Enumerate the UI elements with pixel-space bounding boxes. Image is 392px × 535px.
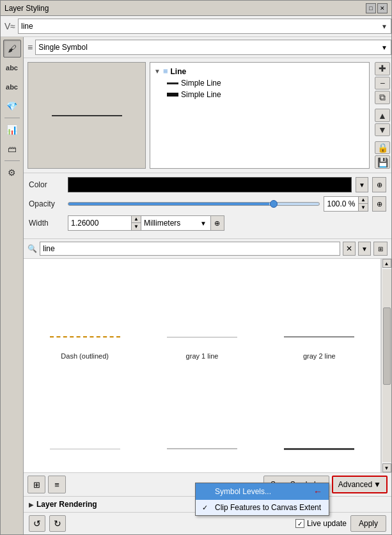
restore-icon[interactable]: □ [366,3,376,13]
sidebar-tool-3d[interactable]: 💎 [3,97,21,115]
symbol-preview-gray-1 [149,324,255,350]
sidebar-tool-fields[interactable]: 🗃 [3,140,21,158]
search-icon: 🔍 [27,244,37,253]
symbol-cell-gray-1[interactable]: gray 1 line [146,264,258,363]
symbol-levels-menu-item[interactable]: Symbol Levels... ← [196,483,329,500]
advanced-button[interactable]: Advanced ▼ [332,476,388,493]
layer-tree-expand-icon: ▼ [154,68,161,75]
opacity-slider[interactable] [68,202,320,206]
layer-tree-root[interactable]: ▼ ≡ Line [153,65,366,77]
scrollbar-up-button[interactable]: ▲ [382,259,391,268]
main-panel: V≈ line ▼ 🖌 abc abc 💎 📊 🗃 ⚙ ≡ Single Sym… [0,15,392,535]
sidebar-tool-rendering[interactable]: ⚙ [3,164,21,182]
width-unit-dropdown[interactable]: Millimeters [141,215,212,231]
sidebar-separator-2 [4,160,20,161]
clip-features-menu-item[interactable]: ✓ Clip Features to Canvas Extent [196,500,329,515]
search-input[interactable] [40,242,340,256]
style-type-icon: ≡ [27,42,33,52]
style-type-dropdown[interactable]: Single Symbol [35,40,391,55]
symbol-cell-gray-2[interactable]: gray 2 line [263,264,375,363]
layer-tree-sub: Simple Line Simple Line [166,77,366,100]
color-row: Color ▼ ⊕ [29,177,386,192]
width-override-button[interactable]: ⊕ [210,215,224,231]
symbol-cell-dash-outlined[interactable]: Dash (outlined) [29,264,141,363]
advanced-dropdown-arrow-icon: ▼ [373,480,381,489]
symbol-preview-thick [267,436,372,461]
view-list-button[interactable]: ⊞ [27,476,45,493]
search-clear-button[interactable]: ✕ [343,242,356,256]
title-bar-title: Layer Styling [4,4,49,13]
simple-line-1-icon [167,82,178,84]
opacity-spinner[interactable]: ▲ ▼ [359,196,368,212]
opacity-value: 100.0 % [324,196,359,212]
live-update-checkbox[interactable]: ✓ [295,519,304,528]
opacity-row: Opacity 100.0 % ▲ ▼ ⊕ [29,196,386,212]
layer-tree-simple-line-2[interactable]: Simple Line [166,89,366,100]
move-up-button[interactable]: ▲ [375,109,390,122]
symbol-editor: ▼ ≡ Line Simple Line Simple Line [24,58,391,173]
scrollbar-thumb[interactable] [383,307,391,385]
color-dropdown-button[interactable]: ▼ [356,177,368,192]
width-spinner[interactable]: ▲ ▼ [132,215,141,231]
lock-button[interactable]: 🔒 [375,141,390,155]
advanced-button-label: Advanced [338,480,372,489]
add-layer-button[interactable]: ✚ [375,62,390,75]
symbol-preview-thin [32,436,137,461]
sidebar-tool-paintbrush[interactable]: 🖌 [3,40,21,58]
simple-line-1-label: Simple Line [181,79,221,88]
medium-preview-line [167,448,237,449]
opacity-spin-up[interactable]: ▲ [359,197,368,204]
search-advanced-button[interactable]: ⊞ [373,242,388,256]
layer-tree-root-icon: ≡ [163,66,168,76]
sidebar-tool-diagram[interactable]: 📊 [3,121,21,139]
layer-dropdown[interactable]: line [18,19,391,34]
symbol-grid: Dash (outlined) gray 1 line gray 2 line [24,259,381,472]
move-down-button[interactable]: ▼ [375,123,390,137]
layer-rendering-title: Layer Rendering [36,500,97,509]
symbol-preview-dash-outlined [32,324,137,350]
symbol-cell-medium[interactable] [146,368,258,467]
title-bar-icons: □ ✕ [366,3,388,13]
gray-2-line [284,336,354,337]
scrollbar-track[interactable] [382,269,391,462]
dropdown-red-arrow-icon: ← [313,486,322,497]
apply-button[interactable]: Apply [350,515,386,532]
close-icon[interactable]: ✕ [377,3,388,13]
width-spin-down[interactable]: ▼ [132,223,141,230]
opacity-value-box: 100.0 % ▲ ▼ [324,196,368,212]
undo-button[interactable]: ↺ [29,515,45,532]
width-input-box: ▲ ▼ Millimeters ▼ [68,215,207,231]
redo-button[interactable]: ↻ [49,515,66,532]
opacity-slider-container [68,202,320,206]
duplicate-layer-button[interactable]: ⧉ [375,91,390,104]
save-layer-button[interactable]: 💾 [375,155,390,169]
width-input[interactable] [68,215,132,231]
sidebar-tool-label[interactable]: abc [3,59,21,77]
symbol-label-gray-2: gray 2 line [303,352,336,360]
width-spin-up[interactable]: ▲ [132,216,141,223]
layer-tree-simple-line-1[interactable]: Simple Line [166,77,366,89]
live-update-label: Live update [307,519,347,528]
symbol-label-dash-outlined: Dash (outlined) [61,352,109,360]
symbol-label-gray-1: gray 1 line [186,352,219,360]
grid-with-scrollbar: Dash (outlined) gray 1 line gray 2 line [24,259,391,473]
symbol-cell-thick[interactable] [263,368,375,467]
opacity-override-button[interactable]: ⊕ [372,196,386,212]
symbol-right-buttons: ✚ − ⧉ ▲ ▼ 🔒 💾 [373,58,391,173]
remove-layer-button[interactable]: − [375,77,390,90]
layer-rendering-expand-icon[interactable]: ▶ [29,501,34,508]
sidebar-separator [4,118,20,118]
symbol-preview-box [27,62,146,169]
view-detail-button[interactable]: ≡ [48,476,66,493]
style-type-row: ≡ Single Symbol ▼ [24,37,391,58]
opacity-spin-down[interactable]: ▼ [359,204,368,211]
layer-dropdown-row: V≈ line ▼ [1,16,391,37]
color-swatch[interactable] [68,177,352,192]
sidebar-tool-label2[interactable]: abc [3,78,21,96]
search-filter-button[interactable]: ▼ [358,242,371,256]
width-row: Width ▲ ▼ Millimeters ▼ ⊕ [29,215,386,231]
scrollbar-down-button[interactable]: ▼ [382,463,391,472]
symbol-levels-label: Symbol Levels... [215,487,271,496]
color-override-button[interactable]: ⊕ [372,177,386,192]
symbol-cell-thin[interactable] [29,368,141,467]
